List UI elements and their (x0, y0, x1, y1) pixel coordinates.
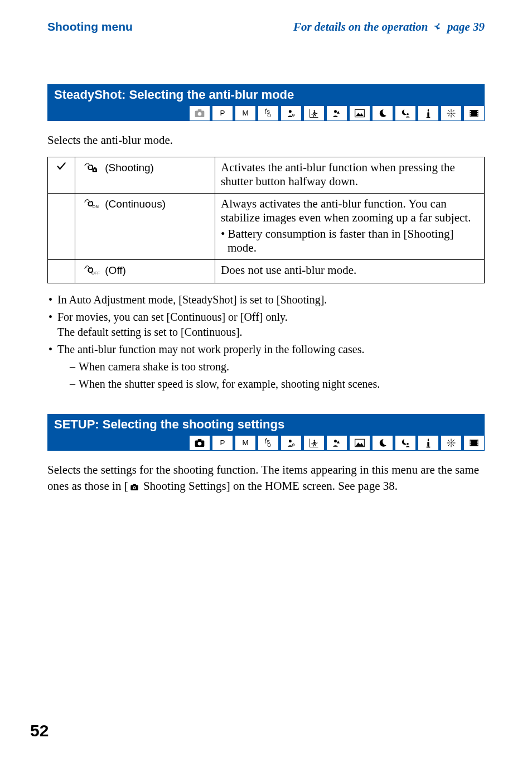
option-sub-bullet: • Battery consumption is faster than in … (221, 227, 478, 255)
manual-m-icon (235, 435, 256, 451)
camera-icon (129, 480, 139, 495)
table-row: (Continuous) Always activates the anti-b… (48, 194, 485, 260)
steadyshot-notes: In Auto Adjustment mode, [SteadyShot] is… (47, 292, 485, 392)
program-p-icon (212, 435, 233, 451)
setup-body-post: Shooting Settings] on the HOME screen. S… (141, 479, 398, 493)
steadyshot-continuous-icon (82, 198, 101, 212)
page-header: Shooting menu For details on the operati… (47, 20, 485, 34)
option-desc: Activates the anti-blur function when pr… (215, 157, 485, 194)
program-p-icon (212, 105, 233, 121)
header-right: For details on the operation page 39 (293, 20, 485, 34)
portrait-icon (326, 435, 347, 451)
landscape-icon (349, 105, 370, 121)
candle-icon (418, 105, 439, 121)
movie-icon (463, 435, 485, 451)
option-label: (Shooting) (81, 162, 154, 173)
note-line: For movies, you can set [Continuous] or … (57, 311, 288, 323)
option-label-text: (Continuous) (105, 198, 166, 210)
portrait-icon (326, 105, 347, 121)
mode-strip-setup (47, 435, 485, 451)
option-label-text: (Off) (105, 264, 126, 276)
action-icon (303, 105, 325, 121)
landscape-icon (349, 435, 370, 451)
camera-auto-icon (189, 105, 210, 121)
option-desc: Always activates the anti-blur function.… (221, 197, 471, 224)
section-setup: SETUP: Selecting the shooting settings S… (47, 414, 485, 495)
hand-pointer-icon (432, 20, 443, 34)
portrait-soft-icon (280, 105, 302, 121)
header-right-pageref: page 39 (447, 20, 485, 33)
moon-icon (372, 435, 393, 451)
option-label: (Continuous) (81, 198, 166, 210)
camera-auto-icon (189, 435, 210, 451)
action-icon (303, 435, 325, 451)
note-line: The anti-blur function may not work prop… (57, 343, 364, 355)
iso-icon (258, 435, 279, 451)
manual-m-icon (235, 105, 256, 121)
note-item: In Auto Adjustment mode, [SteadyShot] is… (47, 292, 485, 307)
steadyshot-intro: Selects the anti-blur mode. (47, 132, 485, 148)
twilight-portrait-icon (395, 105, 416, 121)
fireworks-icon (441, 105, 462, 121)
option-label: (Off) (81, 264, 126, 276)
steadyshot-options-table: (Shooting) Activates the anti-blur funct… (47, 157, 485, 283)
iso-icon (258, 105, 279, 121)
option-label-text: (Shooting) (105, 162, 154, 173)
note-item: For movies, you can set [Continuous] or … (47, 310, 485, 340)
section-steadyshot: SteadyShot: Selecting the anti-blur mode… (47, 84, 485, 392)
note-sub-item: When the shutter speed is slow, for exam… (70, 377, 485, 392)
twilight-portrait-icon (395, 435, 416, 451)
setup-body: Selects the settings for the shooting fu… (47, 462, 485, 495)
steadyshot-shooting-icon (82, 162, 101, 176)
check-icon (54, 161, 69, 172)
option-desc: Does not use anti-blur mode. (215, 260, 485, 283)
header-right-prefix: For details on the operation (293, 20, 431, 33)
steadyshot-off-icon (82, 264, 101, 278)
note-item: The anti-blur function may not work prop… (47, 342, 485, 392)
note-sub-item: When camera shake is too strong. (70, 359, 485, 374)
candle-icon (418, 435, 439, 451)
mode-strip-steadyshot (47, 105, 485, 121)
section-title: SteadyShot: Selecting the anti-blur mode (47, 84, 485, 105)
table-row: (Off) Does not use anti-blur mode. (48, 260, 485, 283)
note-line: The default setting is set to [Continuou… (57, 325, 485, 340)
fireworks-icon (441, 435, 462, 451)
page-number: 52 (30, 721, 49, 740)
table-row: (Shooting) Activates the anti-blur funct… (48, 157, 485, 194)
movie-icon (463, 105, 485, 121)
header-left: Shooting menu (47, 20, 133, 33)
moon-icon (372, 105, 393, 121)
portrait-soft-icon (280, 435, 302, 451)
section-title: SETUP: Selecting the shooting settings (47, 414, 485, 435)
